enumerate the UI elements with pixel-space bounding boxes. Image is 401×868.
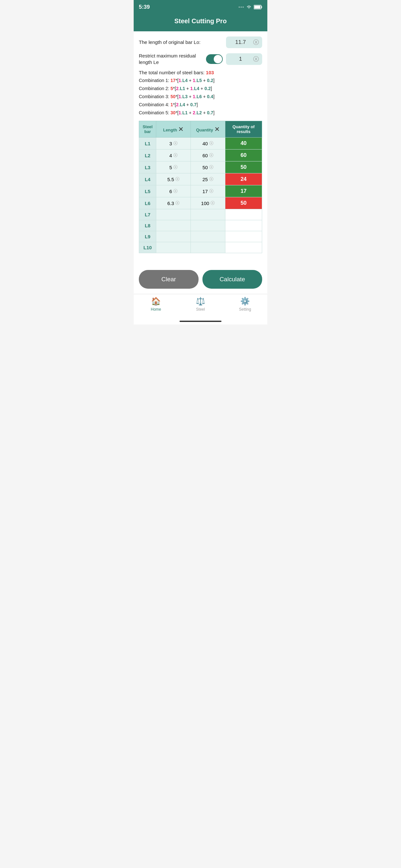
length-x-l5[interactable]: ⓧ	[174, 188, 178, 194]
nav-setting[interactable]: ⚙️ Setting	[223, 297, 267, 312]
table-row: L24ⓧ60ⓧ60	[139, 150, 262, 161]
nav-home[interactable]: 🏠 Home	[134, 297, 178, 312]
cell-result-l3: 50	[225, 161, 262, 174]
cell-steel-l5: L5	[139, 185, 156, 197]
nav-steel[interactable]: ⚖️ Steel	[178, 297, 223, 312]
bar-length-row: The length of original bar Lo: ⓧ	[139, 36, 262, 48]
table-row: L45.5ⓧ25ⓧ24	[139, 174, 262, 185]
table-row: L56ⓧ17ⓧ17	[139, 185, 262, 197]
calculate-button[interactable]: Calculate	[203, 270, 262, 289]
cell-length-l6[interactable]: 6.3ⓧ	[156, 197, 191, 209]
qty-x-l2[interactable]: ⓧ	[209, 152, 213, 158]
cell-steel-l1: L1	[139, 137, 156, 150]
cell-qty-l7	[191, 209, 225, 220]
clear-button[interactable]: Clear	[139, 270, 198, 289]
bar-length-input[interactable]	[229, 39, 252, 45]
home-bar	[180, 321, 221, 322]
cell-result-l5: 17	[225, 185, 262, 197]
residual-input-wrap: ⓧ	[226, 53, 262, 65]
cell-steel-l6: L6	[139, 197, 156, 209]
svg-rect-5	[261, 6, 262, 8]
svg-point-0	[239, 6, 240, 8]
main-content: The length of original bar Lo: ⓧ Restric…	[134, 31, 267, 265]
table-row: L7	[139, 209, 262, 220]
table-row: L66.3ⓧ100ⓧ50	[139, 197, 262, 209]
qty-x-l4[interactable]: ⓧ	[209, 176, 213, 182]
cell-length-l8	[156, 220, 191, 231]
cell-steel-l7: L7	[139, 209, 156, 220]
cell-steel-l10: L10	[139, 242, 156, 253]
combination-2: Combination 2: 5*[2.L1 + 1.L4 + 0.2]	[139, 85, 262, 92]
combination-1: Combination 1: 17*[1.L4 + 1.L5 + 0.2]	[139, 77, 262, 84]
home-icon: 🏠	[151, 297, 161, 306]
cell-qty-l6[interactable]: 100ⓧ	[191, 197, 225, 209]
cell-qty-l5[interactable]: 17ⓧ	[191, 185, 225, 197]
cell-length-l1[interactable]: 3ⓧ	[156, 137, 191, 150]
cell-steel-l4: L4	[139, 174, 156, 185]
quantity-x-icon[interactable]: ✕	[214, 126, 220, 133]
total-value: 103	[206, 70, 214, 75]
steel-table-wrap: Steel bar Length ✕ Quantity ✕ Quantity o…	[139, 121, 262, 253]
cell-qty-l10	[191, 242, 225, 253]
qty-x-l6[interactable]: ⓧ	[211, 200, 215, 206]
cell-length-l7	[156, 209, 191, 220]
cell-length-l10	[156, 242, 191, 253]
cell-qty-l3[interactable]: 50ⓧ	[191, 161, 225, 174]
cell-result-l8	[225, 220, 262, 231]
cell-length-l4[interactable]: 5.5ⓧ	[156, 174, 191, 185]
qty-x-l5[interactable]: ⓧ	[209, 188, 213, 194]
battery-icon	[254, 5, 262, 9]
scale-icon: ⚖️	[196, 297, 205, 306]
home-indicator	[134, 318, 267, 324]
qty-x-l3[interactable]: ⓧ	[209, 164, 213, 170]
cell-qty-l4[interactable]: 25ⓧ	[191, 174, 225, 185]
cell-steel-l8: L8	[139, 220, 156, 231]
cell-result-l7	[225, 209, 262, 220]
residual-clear-icon[interactable]: ⓧ	[253, 55, 259, 63]
cell-length-l5[interactable]: 6ⓧ	[156, 185, 191, 197]
bottom-nav: 🏠 Home ⚖️ Steel ⚙️ Setting	[134, 294, 267, 318]
cell-result-l2: 60	[225, 150, 262, 161]
table-row: L8	[139, 220, 262, 231]
cell-length-l9	[156, 231, 191, 242]
cell-steel-l9: L9	[139, 231, 156, 242]
cell-qty-l1[interactable]: 40ⓧ	[191, 137, 225, 150]
residual-input[interactable]	[229, 56, 252, 62]
residual-toggle[interactable]	[206, 54, 223, 64]
cell-result-l1: 40	[225, 137, 262, 150]
length-x-l4[interactable]: ⓧ	[175, 176, 180, 182]
cell-length-l2[interactable]: 4ⓧ	[156, 150, 191, 161]
combination-3: Combination 3: 50*[1.L3 + 1.L6 + 0.4]	[139, 93, 262, 100]
cell-result-l10	[225, 242, 262, 253]
table-row: L10	[139, 242, 262, 253]
svg-rect-4	[254, 6, 260, 9]
cell-qty-l2[interactable]: 60ⓧ	[191, 150, 225, 161]
bar-length-clear-icon[interactable]: ⓧ	[253, 38, 259, 46]
cell-length-l3[interactable]: 5ⓧ	[156, 161, 191, 174]
status-time: 5:39	[139, 4, 150, 10]
qty-x-l1[interactable]: ⓧ	[209, 141, 213, 146]
bar-length-input-wrap: ⓧ	[226, 36, 262, 48]
status-bar: 5:39	[134, 0, 267, 14]
svg-point-2	[243, 6, 244, 8]
th-steel-bar: Steel bar	[139, 121, 156, 137]
cell-steel-l2: L2	[139, 150, 156, 161]
length-x-icon[interactable]: ✕	[178, 126, 184, 133]
wifi-icon	[246, 5, 252, 9]
table-row: L13ⓧ40ⓧ40	[139, 137, 262, 150]
svg-point-1	[241, 6, 242, 8]
length-x-l2[interactable]: ⓧ	[174, 152, 178, 158]
combinations-section: The total number of steel bars: 103 Comb…	[139, 70, 262, 116]
length-x-l6[interactable]: ⓧ	[175, 200, 180, 206]
app-header: Steel Cutting Pro	[134, 14, 267, 31]
th-length: Length ✕	[156, 121, 191, 137]
cell-steel-l3: L3	[139, 161, 156, 174]
length-x-l1[interactable]: ⓧ	[174, 141, 178, 146]
length-x-l3[interactable]: ⓧ	[174, 164, 178, 170]
nav-setting-label: Setting	[239, 307, 251, 312]
combination-5: Combination 5: 30*[1.L1 + 2.L2 + 0.7]	[139, 110, 262, 116]
status-icons	[238, 5, 262, 9]
residual-label: Restrict maximum residual length Le	[139, 53, 204, 65]
residual-controls: ⓧ	[206, 53, 262, 65]
combination-4: Combination 4: 1*[2.L4 + 0.7]	[139, 101, 262, 108]
